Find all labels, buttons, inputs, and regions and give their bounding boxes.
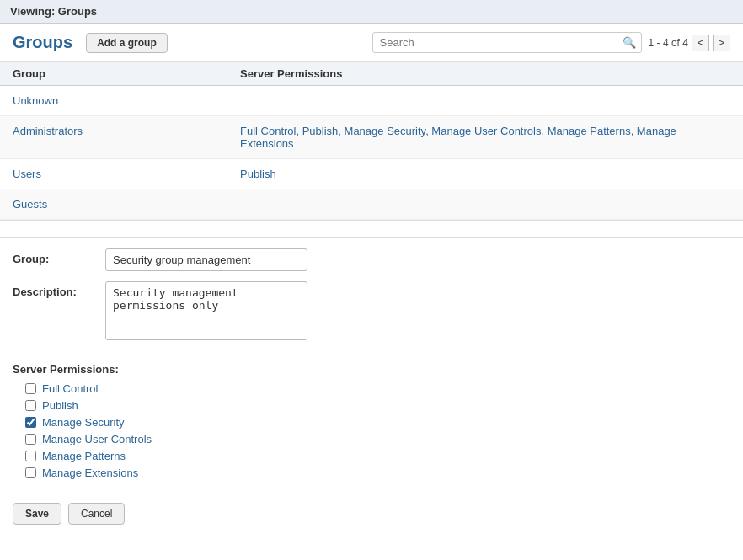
- permission-checkbox[interactable]: [25, 451, 36, 461]
- top-bar: Viewing: Groups: [0, 0, 743, 24]
- permission-item: Manage User Controls: [25, 433, 730, 445]
- group-cell[interactable]: Unknown: [13, 94, 240, 107]
- groups-table: Group Server Permissions UnknownAdminist…: [0, 62, 743, 221]
- group-form-row: Group:: [13, 248, 730, 271]
- table-row: UsersPublish: [0, 159, 743, 189]
- permission-label[interactable]: Full Control: [42, 382, 98, 395]
- table-row: AdministratorsFull Control, Publish, Man…: [0, 116, 743, 159]
- permissions-list: Full ControlPublishManage SecurityManage…: [13, 382, 730, 479]
- add-group-button[interactable]: Add a group: [86, 33, 168, 53]
- prev-page-button[interactable]: <: [692, 35, 709, 51]
- column-header-permissions: Server Permissions: [240, 67, 730, 80]
- server-permissions-section: Server Permissions: Full ControlPublishM…: [0, 363, 743, 496]
- next-page-button[interactable]: >: [713, 35, 730, 51]
- search-container: 🔍 1 - 4 of 4 < >: [372, 32, 730, 53]
- page-title: Groups: [13, 33, 72, 52]
- pagination-text: 1 - 4 of 4: [649, 37, 688, 49]
- permission-checkbox[interactable]: [25, 434, 36, 445]
- permission-item: Manage Security: [25, 416, 730, 429]
- pagination: 1 - 4 of 4 < >: [649, 35, 730, 51]
- description-textarea[interactable]: [105, 281, 307, 340]
- group-link[interactable]: Guests: [13, 198, 47, 211]
- permission-label[interactable]: Manage Patterns: [42, 450, 126, 462]
- permission-item: Full Control: [25, 382, 730, 395]
- permission-label[interactable]: Publish: [42, 399, 78, 412]
- permission-checkbox[interactable]: [25, 417, 36, 428]
- group-label: Group:: [13, 248, 105, 265]
- form-section: Group: Description:: [0, 248, 743, 363]
- permission-label[interactable]: Manage Extensions: [42, 467, 138, 479]
- permission-checkbox[interactable]: [25, 467, 36, 478]
- search-input-wrap: 🔍: [372, 32, 642, 53]
- table-row: Unknown: [0, 86, 743, 116]
- group-input[interactable]: [105, 248, 307, 271]
- permission-label[interactable]: Manage User Controls: [42, 433, 152, 445]
- table-rows: UnknownAdministratorsFull Control, Publi…: [0, 86, 743, 220]
- description-form-row: Description:: [13, 281, 730, 340]
- action-buttons: Save Cancel: [0, 496, 743, 537]
- permission-checkbox[interactable]: [25, 383, 36, 394]
- header-row: Groups Add a group 🔍 1 - 4 of 4 < >: [0, 24, 743, 62]
- permission-checkbox[interactable]: [25, 400, 36, 411]
- group-cell[interactable]: Users: [13, 168, 240, 180]
- server-permissions-label: Server Permissions:: [13, 363, 730, 376]
- table-header: Group Server Permissions: [0, 62, 743, 86]
- description-label: Description:: [13, 281, 105, 298]
- search-icon: 🔍: [623, 36, 636, 49]
- save-button[interactable]: Save: [13, 503, 61, 525]
- permission-item: Manage Extensions: [25, 467, 730, 479]
- column-header-group: Group: [13, 67, 240, 80]
- viewing-label: Viewing:: [10, 5, 55, 18]
- viewing-value: Groups: [58, 5, 97, 18]
- cancel-button[interactable]: Cancel: [68, 503, 125, 525]
- permission-item: Publish: [25, 399, 730, 412]
- permission-item: Manage Patterns: [25, 450, 730, 462]
- search-input[interactable]: [372, 32, 642, 53]
- permissions-cell: Full Control, Publish, Manage Security, …: [240, 125, 730, 150]
- group-link[interactable]: Administrators: [13, 125, 83, 137]
- permission-label[interactable]: Manage Security: [42, 416, 125, 429]
- permissions-cell: Publish: [240, 168, 730, 180]
- group-cell[interactable]: Administrators: [13, 125, 240, 137]
- group-link[interactable]: Unknown: [13, 94, 58, 107]
- table-row: Guests: [0, 189, 743, 220]
- group-cell[interactable]: Guests: [13, 198, 240, 211]
- group-link[interactable]: Users: [13, 168, 41, 180]
- section-divider: [0, 237, 743, 238]
